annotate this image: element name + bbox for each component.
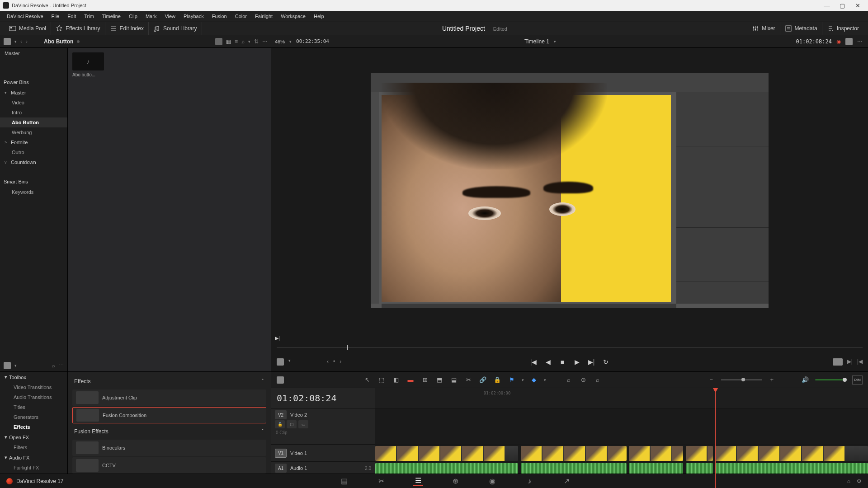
timeline-selector[interactable]: Timeline 1 — [524, 38, 549, 45]
fairlight-page-button[interactable]: ♪ — [524, 476, 534, 486]
fx-tree-audio-transitions[interactable]: Audio Transitions — [0, 392, 67, 402]
menu-item-view[interactable]: View — [160, 14, 179, 19]
audiofx-folder[interactable]: ▾Audio FX — [0, 452, 67, 463]
single-viewer-icon[interactable] — [845, 38, 853, 45]
menu-item-mark[interactable]: Mark — [142, 14, 160, 19]
sort-icon[interactable]: ⇅ — [254, 38, 259, 45]
cut-page-button[interactable]: ✂ — [376, 476, 386, 486]
media-page-button[interactable]: ▤ — [339, 476, 349, 486]
sound-library-toggle[interactable]: Sound Library — [163, 25, 197, 32]
bin-master[interactable]: ▾Master — [0, 88, 67, 98]
menu-item-timeline[interactable]: Timeline — [98, 14, 125, 19]
timeline-tracks[interactable]: 01:02:00:00 🔗TEST VIDEO.mp4🔗TEST VIDEO.m… — [375, 388, 868, 488]
next-clip-icon[interactable]: ▶| — [847, 358, 853, 366]
stop-button[interactable]: ■ — [558, 358, 566, 366]
play-reverse-button[interactable]: ◀ — [544, 358, 552, 366]
in-out-icon[interactable] — [833, 358, 843, 366]
media-clip[interactable]: ♪ Abo butto... — [72, 52, 104, 77]
inspector-toggle[interactable]: Inspector — [837, 25, 859, 32]
options-icon[interactable]: ⋯ — [857, 38, 863, 45]
effect-fusion-composition[interactable]: Fusion Composition — [72, 407, 266, 423]
zoom-in-button[interactable]: + — [767, 375, 776, 385]
video-clip[interactable] — [375, 446, 518, 461]
panel-layout-icon[interactable] — [4, 38, 11, 45]
zoom-in-tool[interactable]: ⌕ — [564, 375, 573, 385]
next-edit-icon[interactable]: › — [340, 358, 341, 366]
chevron-down-icon[interactable]: ▾ — [14, 39, 17, 44]
menu-item-help[interactable]: Help — [310, 14, 328, 19]
breadcrumb[interactable]: Abo Button — [44, 38, 73, 45]
blade-edit-icon[interactable]: ✂ — [464, 375, 473, 385]
search-icon[interactable]: ⌕ — [241, 38, 245, 45]
snap-tool[interactable]: ⊙ — [579, 375, 588, 385]
first-frame-button[interactable]: |◀ — [529, 358, 538, 366]
video-clip[interactable] — [686, 446, 713, 461]
blade-tool[interactable]: ▬ — [406, 375, 415, 385]
fx-tree-video-transitions[interactable]: Video Transitions — [0, 382, 67, 392]
fusion-effects-category[interactable]: Fusion Effects⌃ — [72, 425, 266, 438]
menu-item-color[interactable]: Color — [231, 14, 251, 19]
link-icon[interactable]: 🔗 — [478, 375, 487, 385]
bin-fortnite[interactable]: >Fortnite — [0, 137, 67, 147]
nav-forward-button[interactable]: › — [26, 38, 28, 45]
menu-item-davinci-resolve[interactable]: DaVinci Resolve — [3, 14, 47, 19]
menu-item-trim[interactable]: Trim — [80, 14, 98, 19]
track-lane-v1[interactable] — [375, 445, 868, 462]
deliver-page-button[interactable]: ↗ — [561, 476, 571, 486]
timeline-timecode[interactable]: 01:02:08:24 — [271, 388, 375, 408]
track-badge-a1[interactable]: A1 — [275, 464, 287, 473]
thumbnail-view-icon[interactable] — [215, 38, 222, 45]
replace-tool[interactable]: ⬓ — [449, 375, 458, 385]
effect-cctv[interactable]: CCTV — [72, 457, 266, 474]
playhead[interactable] — [715, 388, 716, 488]
video-clip[interactable] — [521, 446, 627, 461]
chevron-down-icon[interactable]: ▾ — [544, 378, 546, 382]
effect-binoculars[interactable]: Binoculars — [72, 440, 266, 456]
menu-item-clip[interactable]: Clip — [125, 14, 142, 19]
bin-keywords[interactable]: Keywords — [0, 187, 67, 197]
media-pool-toggle[interactable]: Media Pool — [19, 25, 46, 32]
bin-outro[interactable]: Outro — [0, 147, 67, 157]
color-page-button[interactable]: ◉ — [487, 476, 497, 486]
chevron-down-icon[interactable]: ▾ — [289, 39, 292, 44]
openfx-folder[interactable]: ▾Open FX — [0, 432, 67, 442]
timeline-ruler[interactable]: 01:02:00:00 — [375, 388, 868, 409]
menu-item-fairlight[interactable]: Fairlight — [251, 14, 277, 19]
viewer-zoom[interactable]: 46% — [275, 39, 285, 44]
maximize-button[interactable]: ▢ — [835, 0, 850, 11]
menu-item-workspace[interactable]: Workspace — [277, 14, 310, 19]
track-enable-v2[interactable]: ▢ — [287, 420, 297, 428]
track-name-v1[interactable]: Video 1 — [290, 450, 371, 456]
chevron-down-icon[interactable]: ▾ — [288, 358, 291, 366]
bin-countdown[interactable]: vCountdown — [0, 157, 67, 167]
marker-dot-icon[interactable]: • — [333, 358, 335, 366]
chevron-down-icon[interactable]: ▾ — [248, 39, 250, 44]
media-pool-grid[interactable]: ♪ Abo butto... — [68, 48, 271, 371]
volume-icon[interactable]: 🔊 — [801, 375, 810, 385]
match-frame-icon[interactable] — [277, 358, 284, 366]
timeline-view-icon[interactable] — [277, 376, 284, 384]
track-lock-v2[interactable]: 🔒 — [275, 420, 285, 428]
overwrite-tool[interactable]: ⬒ — [435, 375, 444, 385]
fx-tree-filters[interactable]: Filters — [0, 442, 67, 452]
chevron-down-icon[interactable]: ▾ — [14, 363, 17, 368]
lock-icon[interactable]: 🔒 — [493, 375, 502, 385]
viewer-canvas[interactable] — [271, 48, 868, 333]
fx-tree-generators[interactable]: Generators — [0, 412, 67, 422]
dim-button[interactable]: DIM — [852, 375, 863, 385]
chevron-down-icon[interactable]: ▾ — [522, 378, 524, 382]
list-view-icon[interactable]: ≡ — [235, 38, 238, 45]
search-icon[interactable]: ⌕ — [52, 363, 55, 368]
effects-category[interactable]: Effects⌃ — [72, 375, 266, 388]
video-clip[interactable] — [715, 446, 868, 461]
menu-item-playback[interactable]: Playback — [179, 14, 208, 19]
flag-icon[interactable]: ⚑ — [507, 375, 516, 385]
zoom-fit-tool[interactable]: ⌕ — [593, 375, 602, 385]
chevron-down-icon[interactable]: ▾ — [554, 39, 556, 44]
fusion-page-button[interactable]: ⊛ — [450, 476, 460, 486]
minimize-button[interactable]: — — [819, 0, 835, 11]
fx-tree-fairlight[interactable]: Fairlight FX — [0, 463, 67, 473]
trim-tool[interactable]: ⬚ — [377, 375, 386, 385]
video-clip[interactable] — [629, 446, 683, 461]
bin-video[interactable]: Video — [0, 98, 67, 108]
